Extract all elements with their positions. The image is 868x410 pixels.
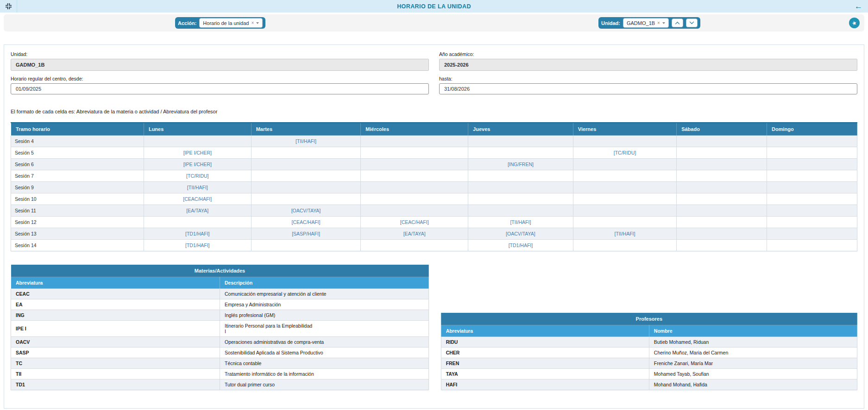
- hasta-date-input[interactable]: [439, 83, 857, 94]
- schedule-cell: [251, 240, 361, 251]
- unidad-selected-value: GADMO_1B: [627, 20, 655, 26]
- schedule-cell: [TD1/HAFI]: [144, 240, 251, 251]
- anio-field-label: Año académico:: [439, 51, 857, 57]
- chevron-down-icon: [689, 21, 694, 25]
- column-header: Descripción: [220, 277, 429, 289]
- schedule-cell: [767, 228, 857, 240]
- schedule-cell: [677, 159, 767, 170]
- schedule-cell: [361, 240, 468, 251]
- session-row: Sesión 13[TD1/HAFI][SASP/HAFI][EA/TAYA][…: [11, 228, 857, 240]
- schedule-column-header: Tramo horario: [11, 123, 144, 136]
- schedule-cell: [IPE I/CHER]: [144, 147, 251, 159]
- schedule-cell: [573, 217, 676, 228]
- desde-date-input[interactable]: [11, 83, 429, 94]
- table-title: Materias/Actividades: [11, 265, 429, 277]
- chevron-down-icon: [662, 22, 665, 24]
- schedule-cell: [CEAC/HAFI]: [251, 217, 361, 228]
- schedule-cell: [573, 205, 676, 217]
- session-row: Sesión 6[IPE I/CHER][ING/FREN]: [11, 159, 857, 170]
- session-row: Sesión 9[TII/HAFI]: [11, 182, 857, 193]
- schedule-column-header: Jueves: [468, 123, 573, 136]
- clear-selection-icon[interactable]: ×: [251, 21, 254, 25]
- schedule-cell: [468, 205, 573, 217]
- column-header: Abreviatura: [11, 277, 220, 289]
- schedule-cell: [361, 136, 468, 147]
- schedule-cell: [TII/HAFI]: [144, 182, 251, 193]
- schedule-cell: [ING/FREN]: [468, 159, 573, 170]
- session-row: Sesión 4[TII/HAFI]: [11, 136, 857, 147]
- schedule-cell: [677, 217, 767, 228]
- page-title: HORARIO DE LA UNIDAD: [0, 3, 868, 10]
- favorite-star-button[interactable]: ★: [849, 18, 860, 28]
- unidad-select[interactable]: GADMO_1B ×: [623, 18, 669, 28]
- schedule-cell: [767, 205, 857, 217]
- legend-section: Materias/ActividadesAbreviaturaDescripci…: [11, 264, 857, 390]
- chevron-down-icon: [256, 22, 259, 24]
- schedule-cell: [CEAC/HAFI]: [144, 193, 251, 205]
- table-row: CHERCherino Muñoz, Maria del Carmen: [441, 348, 857, 358]
- schedule-cell: [677, 147, 767, 159]
- schedule-cell: [144, 136, 251, 147]
- schedule-cell: [361, 159, 468, 170]
- schedule-cell: [468, 193, 573, 205]
- session-label: Sesión 13: [11, 228, 144, 240]
- schedule-cell: [767, 182, 857, 193]
- schedule-column-header: Viernes: [573, 123, 676, 136]
- schedule-cell: [251, 182, 361, 193]
- hasta-field-label: hasta:: [439, 76, 857, 81]
- schedule-cell: [TC/RIDU]: [144, 170, 251, 182]
- table-row: RIDUButieb Mohamed, Riduan: [441, 337, 857, 348]
- hasta-field: hasta:: [439, 76, 857, 94]
- schedule-column-header: Lunes: [144, 123, 251, 136]
- accion-group: Acción: Horario de la unidad ×: [175, 17, 265, 29]
- schedule-cell: [361, 193, 468, 205]
- schedule-cell: [TD1/HAFI]: [468, 240, 573, 251]
- compress-icon[interactable]: [0, 0, 17, 12]
- back-arrow-icon[interactable]: ←: [849, 0, 868, 12]
- session-label: Sesión 10: [11, 193, 144, 205]
- desde-field-label: Horario regular del centro, desde:: [11, 76, 429, 81]
- schedule-cell: [767, 147, 857, 159]
- schedule-cell: [677, 228, 767, 240]
- description-cell: Inglés profesional (GM): [220, 310, 429, 321]
- unidad-readonly-input: GADMO_1B: [11, 59, 429, 71]
- abbreviation-cell: RIDU: [441, 337, 649, 348]
- abbreviation-cell: HAFI: [441, 379, 649, 390]
- accion-select[interactable]: Horario de la unidad ×: [199, 18, 263, 28]
- schedule-cell: [EA/TAYA]: [361, 228, 468, 240]
- session-row: Sesión 12[CEAC/HAFI][CEAC/HAFI][TII/HAFI…: [11, 217, 857, 228]
- schedule-cell: [677, 136, 767, 147]
- schedule-cell: [361, 147, 468, 159]
- abbreviation-cell: TII: [11, 369, 220, 379]
- abbreviation-cell: OACV: [11, 337, 220, 348]
- materias-table: Materias/ActividadesAbreviaturaDescripci…: [11, 264, 429, 390]
- description-cell: Técnica contable: [220, 358, 429, 369]
- schedule-cell: [468, 136, 573, 147]
- description-cell: Comunicación empresarial y atención al c…: [220, 289, 429, 299]
- schedule-cell: [573, 182, 676, 193]
- clear-selection-icon[interactable]: ×: [657, 21, 660, 25]
- table-row: HAFIMohand Mohand, Hafida: [441, 379, 857, 390]
- schedule-cell: [TC/RIDU]: [573, 147, 676, 159]
- session-label: Sesión 4: [11, 136, 144, 147]
- schedule-cell: [677, 170, 767, 182]
- schedule-cell: [767, 193, 857, 205]
- description-cell: Operaciones administrativas de compra-ve…: [220, 337, 429, 348]
- table-row: TCTécnica contable: [11, 358, 429, 369]
- description-cell: Sostenibilidad Aplicada al Sistema Produ…: [220, 348, 429, 358]
- schedule-cell: [361, 170, 468, 182]
- schedule-column-header: Miércoles: [361, 123, 468, 136]
- abbreviation-cell: ING: [11, 310, 220, 321]
- unidad-field-label: Unidad:: [11, 51, 429, 57]
- table-row: OACVOperaciones administrativas de compr…: [11, 337, 429, 348]
- schedule-cell: [573, 159, 676, 170]
- unidad-next-button[interactable]: [686, 19, 698, 27]
- accion-selected-value: Horario de la unidad: [203, 20, 249, 26]
- table-row: CEACComunicación empresarial y atención …: [11, 289, 429, 299]
- schedule-cell: [677, 240, 767, 251]
- anio-readonly-input: 2025-2026: [439, 59, 857, 71]
- profesores-table: ProfesoresAbreviaturaNombreRIDUButieb Mo…: [441, 312, 857, 390]
- unidad-previous-button[interactable]: [672, 19, 683, 27]
- schedule-cell: [468, 170, 573, 182]
- description-cell: Cherino Muñoz, Maria del Carmen: [649, 348, 857, 358]
